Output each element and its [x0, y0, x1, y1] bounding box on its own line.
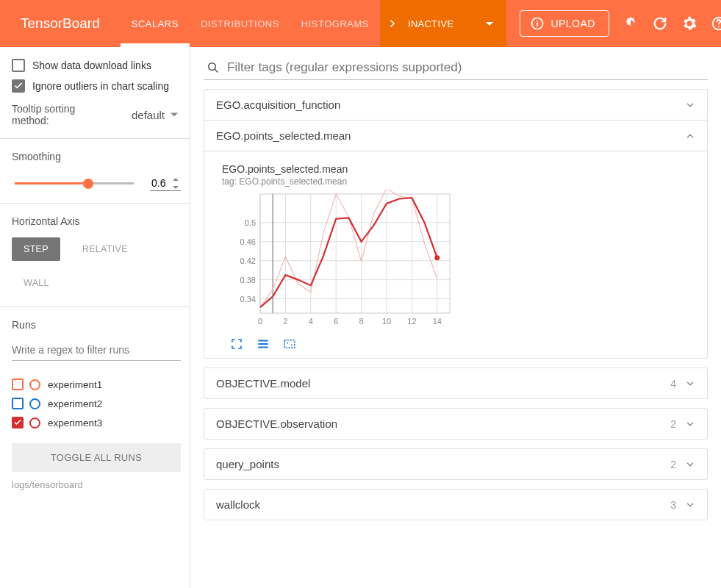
- fullscreen-icon[interactable]: [229, 337, 244, 351]
- tab-scalars[interactable]: SCALARS: [121, 0, 190, 47]
- haxis-step-button[interactable]: STEP: [12, 237, 60, 261]
- header-tabs: SCALARSDISTRIBUTIONSHISTOGRAMS: [121, 0, 380, 47]
- chevron-up-icon: [685, 131, 695, 141]
- ignore-outliers-checkbox[interactable]: [12, 79, 25, 93]
- svg-text:12: 12: [407, 317, 416, 326]
- refresh-icon[interactable]: [652, 15, 668, 32]
- run-checkbox[interactable]: [12, 417, 24, 429]
- ignore-outliers-label: Ignore outliers in chart scaling: [32, 80, 169, 92]
- svg-text:8: 8: [359, 317, 364, 326]
- card-header[interactable]: EGO.acquisition_function: [204, 90, 707, 120]
- run-row: experiment3: [12, 417, 181, 429]
- haxis-wall-button[interactable]: WALL: [12, 271, 61, 295]
- chart-controls: [229, 337, 698, 351]
- smoothing-step-up[interactable]: [171, 176, 181, 184]
- card-title: EGO.points_selected.mean: [216, 129, 351, 142]
- tooltip-sort-select[interactable]: default: [132, 109, 181, 121]
- card-title: OBJECTIVE.observation: [216, 417, 337, 430]
- run-color-swatch[interactable]: [29, 379, 40, 390]
- log-axis-icon[interactable]: [256, 337, 270, 351]
- svg-point-37: [291, 345, 293, 346]
- card-count: 4: [670, 378, 676, 390]
- smoothing-step-down[interactable]: [171, 184, 181, 192]
- svg-text:0: 0: [258, 317, 262, 326]
- toggle-all-runs-button[interactable]: TOGGLE ALL RUNS: [12, 443, 181, 472]
- inactive-dropdown[interactable]: INACTIVE: [380, 0, 506, 47]
- run-name: experiment1: [48, 379, 102, 390]
- card-title: OBJECTIVE.model: [216, 377, 310, 390]
- card-header-right: 3: [670, 499, 695, 511]
- run-name: experiment2: [48, 398, 102, 409]
- card: OBJECTIVE.model4: [204, 368, 708, 399]
- card-header[interactable]: OBJECTIVE.observation2: [204, 409, 707, 439]
- runs-filter-input[interactable]: [12, 341, 181, 361]
- chevron-down-icon: [685, 100, 695, 110]
- svg-text:0.46: 0.46: [240, 237, 256, 246]
- inactive-label: INACTIVE: [408, 18, 453, 29]
- fit-domain-icon[interactable]: [282, 337, 297, 351]
- svg-text:0.5: 0.5: [245, 218, 256, 227]
- run-color-swatch[interactable]: [29, 417, 40, 429]
- card: query_points2: [204, 448, 708, 480]
- gear-icon[interactable]: [681, 15, 697, 32]
- chart-body: EGO.points_selected.mean tag: EGO.points…: [204, 151, 707, 358]
- run-color-swatch[interactable]: [29, 398, 40, 409]
- app-header: TensorBoard SCALARSDISTRIBUTIONSHISTOGRA…: [0, 0, 721, 47]
- runs-list: experiment1experiment2experiment3: [12, 379, 181, 429]
- smoothing-label: Smoothing: [12, 151, 181, 162]
- run-checkbox[interactable]: [12, 398, 24, 409]
- card-header-right: 2: [670, 418, 695, 430]
- svg-text:0.38: 0.38: [240, 276, 256, 284]
- card-header-right: [685, 131, 695, 141]
- svg-point-21: [434, 255, 440, 260]
- chevron-down-icon: [486, 22, 493, 26]
- tooltip-sort-label: Tooltip sorting method:: [12, 103, 93, 126]
- run-row: experiment1: [12, 379, 181, 390]
- svg-text:6: 6: [334, 317, 338, 326]
- svg-rect-2: [537, 23, 539, 26]
- info-icon: [530, 16, 545, 31]
- show-download-label: Show data download links: [32, 60, 151, 71]
- horizontal-axis-buttons: STEPRELATIVEWALL: [12, 237, 181, 295]
- chevron-down-icon: [685, 419, 695, 429]
- help-icon[interactable]: [711, 15, 721, 32]
- smoothing-slider[interactable]: [15, 182, 134, 185]
- card-header-right: [685, 100, 695, 110]
- run-name: experiment3: [48, 417, 102, 429]
- chart-tag: tag: EGO.points_selected.mean: [222, 176, 698, 187]
- card-header[interactable]: OBJECTIVE.model4: [204, 368, 707, 398]
- card-title: EGO.acquisition_function: [216, 98, 340, 111]
- tab-distributions[interactable]: DISTRIBUTIONS: [190, 0, 290, 47]
- tag-search-input[interactable]: [227, 60, 708, 75]
- header-right: INACTIVE UPLOAD: [380, 0, 721, 47]
- chevron-right-icon: [387, 18, 398, 29]
- sidebar: Show data download links Ignore outliers…: [0, 47, 190, 588]
- chevron-down-icon: [685, 500, 695, 510]
- run-checkbox[interactable]: [12, 379, 24, 390]
- card-header-right: 2: [670, 459, 695, 470]
- card: OBJECTIVE.observation2: [204, 408, 708, 440]
- card-header[interactable]: query_points2: [204, 449, 707, 479]
- card-header[interactable]: EGO.points_selected.mean: [204, 120, 707, 151]
- svg-rect-35: [284, 340, 295, 348]
- svg-text:0.34: 0.34: [240, 295, 256, 304]
- card-title: query_points: [216, 458, 279, 470]
- show-download-checkbox-row: Show data download links: [12, 59, 181, 72]
- header-icons: [623, 15, 721, 32]
- brightness-icon[interactable]: [623, 15, 639, 32]
- card-header[interactable]: wallclock3: [204, 490, 707, 520]
- chevron-down-icon: [685, 459, 695, 470]
- ignore-outliers-checkbox-row: Ignore outliers in chart scaling: [12, 79, 181, 93]
- runs-label: Runs: [12, 319, 181, 331]
- show-download-checkbox[interactable]: [12, 59, 25, 72]
- chevron-down-icon: [685, 379, 695, 389]
- main-content: EGO.acquisition_functionEGO.points_selec…: [190, 47, 721, 588]
- chevron-down-icon: [171, 113, 178, 117]
- svg-rect-19: [260, 194, 450, 313]
- logdir-label: logs/tensorboard: [12, 479, 181, 490]
- tab-histograms[interactable]: HISTOGRAMS: [290, 0, 380, 47]
- haxis-relative-button[interactable]: RELATIVE: [71, 237, 140, 261]
- upload-button[interactable]: UPLOAD: [520, 10, 609, 37]
- svg-point-4: [718, 26, 720, 27]
- run-row: experiment2: [12, 398, 181, 409]
